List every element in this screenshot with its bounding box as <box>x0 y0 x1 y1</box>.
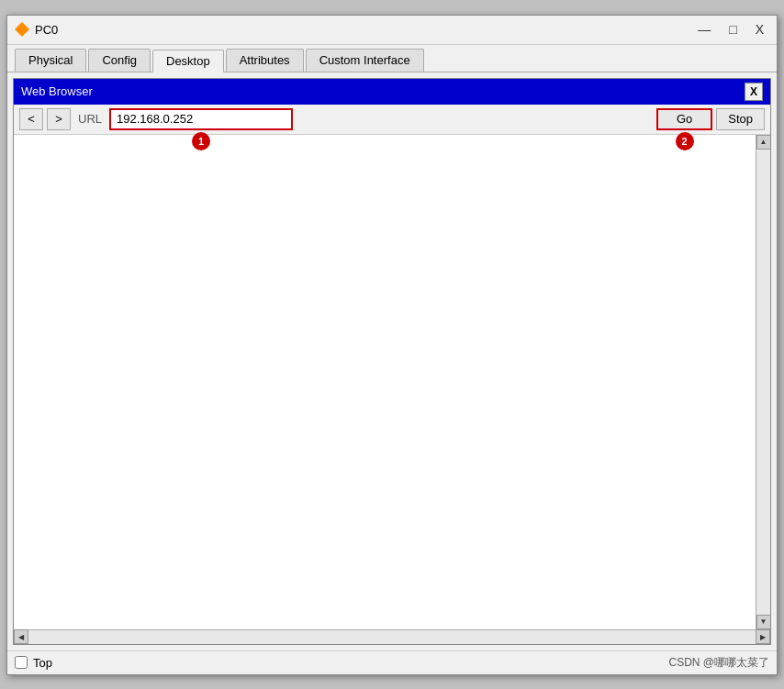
browser-title-bar: Web Browser X <box>14 79 770 105</box>
url-input[interactable] <box>109 108 293 130</box>
scroll-right-arrow[interactable]: ▶ <box>756 629 770 644</box>
tab-custom-interface[interactable]: Custom Interface <box>306 49 424 72</box>
title-bar: PC0 — □ X <box>7 16 777 45</box>
main-window: PC0 — □ X Physical Config Desktop Attrib… <box>6 15 778 675</box>
window-title: PC0 <box>35 23 58 37</box>
browser-close-button[interactable]: X <box>745 83 763 101</box>
tab-config[interactable]: Config <box>88 49 151 72</box>
browser-toolbar: < > URL 1 Go 2 Stop <box>14 105 770 135</box>
tab-attributes[interactable]: Attributes <box>226 49 304 72</box>
scroll-track-bottom[interactable] <box>28 630 756 644</box>
tab-desktop[interactable]: Desktop <box>152 50 224 72</box>
url-input-wrapper: 1 <box>109 108 293 130</box>
top-checkbox[interactable] <box>15 656 28 669</box>
bottom-bar: Top CSDN @哪哪太菜了 <box>7 650 777 674</box>
browser-window: Web Browser X < > URL 1 Go 2 Stop <box>13 78 771 645</box>
top-label: Top <box>33 656 52 670</box>
annotation-1: 1 <box>192 132 210 150</box>
go-btn-wrapper: Go 2 <box>656 108 712 130</box>
scroll-track-right[interactable] <box>756 150 770 615</box>
maximize-button[interactable]: □ <box>723 21 742 38</box>
scroll-down-arrow[interactable]: ▼ <box>756 615 771 629</box>
back-button[interactable]: < <box>19 108 43 130</box>
title-bar-controls: — □ X <box>692 21 769 38</box>
stop-button[interactable]: Stop <box>716 108 765 130</box>
scroll-up-arrow[interactable]: ▲ <box>756 135 771 150</box>
title-bar-left: PC0 <box>15 22 58 37</box>
minimize-button[interactable]: — <box>692 21 716 38</box>
browser-title: Web Browser <box>21 84 93 98</box>
tab-bar: Physical Config Desktop Attributes Custo… <box>7 45 777 72</box>
annotation-2: 2 <box>676 132 694 150</box>
app-icon <box>15 22 29 37</box>
bottom-left: Top <box>15 656 52 670</box>
scroll-left-arrow[interactable]: ◀ <box>14 629 28 644</box>
credits: CSDN @哪哪太菜了 <box>668 655 769 671</box>
close-button[interactable]: X <box>750 21 769 38</box>
scrollbar-bottom: ◀ ▶ <box>14 629 770 644</box>
scrollbar-right: ▲ ▼ <box>756 135 770 629</box>
content-area: Web Browser X < > URL 1 Go 2 Stop <box>7 72 777 650</box>
browser-body <box>14 135 770 629</box>
go-button[interactable]: Go <box>656 108 712 130</box>
forward-button[interactable]: > <box>47 108 71 130</box>
tab-physical[interactable]: Physical <box>15 49 86 72</box>
url-label: URL <box>74 112 106 126</box>
